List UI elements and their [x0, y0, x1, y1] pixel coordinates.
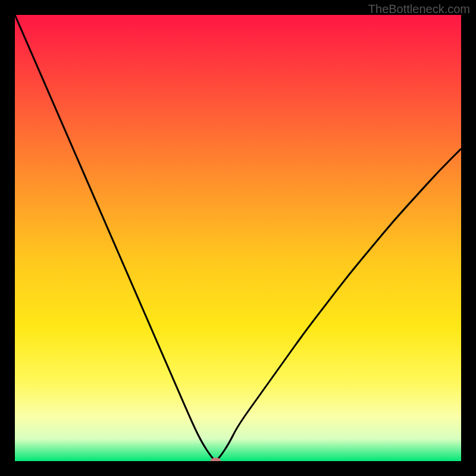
watermark-text: TheBottleneck.com: [368, 2, 470, 16]
chart-svg: [15, 15, 461, 461]
chart-container: TheBottleneck.com: [0, 0, 476, 476]
plot-area: [15, 15, 461, 461]
gradient-background: [15, 15, 461, 461]
